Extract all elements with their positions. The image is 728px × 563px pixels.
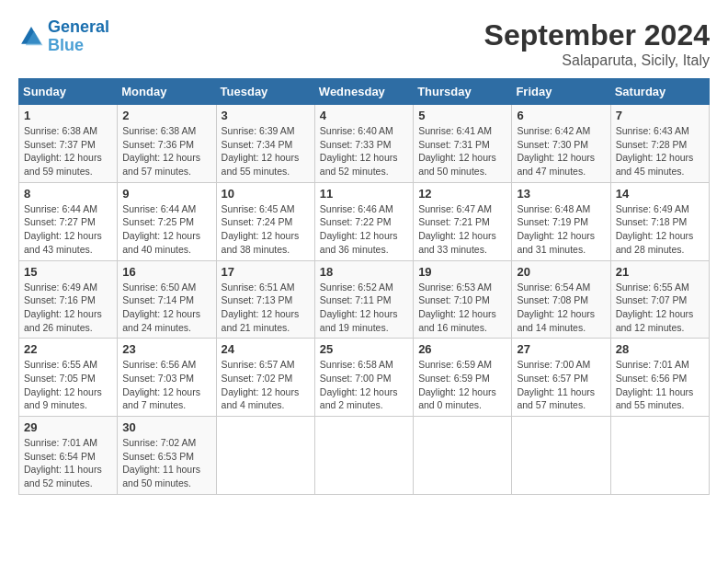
day-number: 30 — [122, 420, 210, 434]
calendar-cell: 21 Sunrise: 6:55 AMSunset: 7:07 PMDaylig… — [610, 260, 709, 339]
calendar-week-4: 22 Sunrise: 6:55 AMSunset: 7:05 PMDaylig… — [19, 339, 710, 417]
day-number: 12 — [418, 187, 506, 201]
calendar-cell: 23 Sunrise: 6:56 AMSunset: 7:03 PMDaylig… — [118, 339, 216, 417]
weekday-header-thursday: Thursday — [414, 79, 512, 105]
calendar-cell: 3 Sunrise: 6:39 AMSunset: 7:34 PMDayligh… — [216, 105, 314, 183]
day-detail: Sunrise: 6:56 AMSunset: 7:03 PMDaylight:… — [122, 358, 210, 412]
calendar-cell — [610, 417, 709, 495]
day-number: 5 — [418, 109, 506, 122]
logo-text: General Blue — [48, 18, 109, 55]
month-title: September 2024 — [484, 18, 710, 52]
day-number: 27 — [517, 342, 605, 356]
day-number: 2 — [122, 109, 210, 122]
day-detail: Sunrise: 6:42 AMSunset: 7:30 PMDaylight:… — [517, 124, 605, 178]
day-detail: Sunrise: 6:41 AMSunset: 7:31 PMDaylight:… — [418, 124, 506, 178]
calendar-cell: 24 Sunrise: 6:57 AMSunset: 7:02 PMDaylig… — [216, 339, 314, 417]
day-number: 24 — [222, 342, 310, 356]
logo-icon — [18, 24, 44, 50]
day-number: 14 — [616, 187, 704, 201]
calendar-cell: 25 Sunrise: 6:58 AMSunset: 7:00 PMDaylig… — [314, 339, 413, 417]
calendar-week-5: 29 Sunrise: 7:01 AMSunset: 6:54 PMDaylig… — [19, 417, 710, 495]
calendar-cell: 11 Sunrise: 6:46 AMSunset: 7:22 PMDaylig… — [314, 182, 413, 260]
day-number: 23 — [122, 342, 210, 356]
day-number: 9 — [122, 187, 210, 201]
day-detail: Sunrise: 6:38 AMSunset: 7:36 PMDaylight:… — [122, 124, 210, 178]
title-block: September 2024 Salaparuta, Sicily, Italy — [484, 18, 710, 69]
day-number: 26 — [418, 342, 506, 356]
calendar-cell: 30 Sunrise: 7:02 AMSunset: 6:53 PMDaylig… — [118, 417, 216, 495]
calendar-cell: 29 Sunrise: 7:01 AMSunset: 6:54 PMDaylig… — [19, 417, 118, 495]
day-number: 10 — [222, 187, 310, 201]
calendar-cell: 10 Sunrise: 6:45 AMSunset: 7:24 PMDaylig… — [216, 182, 314, 260]
day-detail: Sunrise: 7:00 AMSunset: 6:57 PMDaylight:… — [517, 358, 605, 412]
day-detail: Sunrise: 6:39 AMSunset: 7:34 PMDaylight:… — [222, 124, 310, 178]
calendar-table: SundayMondayTuesdayWednesdayThursdayFrid… — [18, 78, 710, 495]
location-subtitle: Salaparuta, Sicily, Italy — [484, 52, 710, 69]
day-detail: Sunrise: 6:58 AMSunset: 7:00 PMDaylight:… — [320, 358, 408, 412]
calendar-cell: 9 Sunrise: 6:44 AMSunset: 7:25 PMDayligh… — [118, 182, 216, 260]
page-header: General Blue September 2024 Salaparuta, … — [18, 18, 710, 69]
day-detail: Sunrise: 6:44 AMSunset: 7:25 PMDaylight:… — [122, 202, 210, 257]
day-number: 7 — [616, 109, 704, 122]
calendar-cell: 8 Sunrise: 6:44 AMSunset: 7:27 PMDayligh… — [19, 182, 118, 260]
day-detail: Sunrise: 6:45 AMSunset: 7:24 PMDaylight:… — [222, 202, 310, 257]
day-detail: Sunrise: 6:51 AMSunset: 7:13 PMDaylight:… — [222, 281, 310, 335]
calendar-cell: 12 Sunrise: 6:47 AMSunset: 7:21 PMDaylig… — [414, 182, 512, 260]
calendar-week-1: 1 Sunrise: 6:38 AMSunset: 7:37 PMDayligh… — [19, 105, 710, 183]
day-detail: Sunrise: 7:01 AMSunset: 6:54 PMDaylight:… — [24, 436, 112, 490]
day-number: 13 — [517, 187, 605, 201]
calendar-cell: 22 Sunrise: 6:55 AMSunset: 7:05 PMDaylig… — [19, 339, 118, 417]
calendar-cell: 6 Sunrise: 6:42 AMSunset: 7:30 PMDayligh… — [512, 105, 610, 183]
day-number: 11 — [320, 187, 408, 201]
day-detail: Sunrise: 6:59 AMSunset: 6:59 PMDaylight:… — [418, 358, 506, 412]
calendar-cell — [512, 417, 610, 495]
day-detail: Sunrise: 6:54 AMSunset: 7:08 PMDaylight:… — [517, 281, 605, 335]
day-detail: Sunrise: 6:44 AMSunset: 7:27 PMDaylight:… — [24, 202, 112, 257]
day-number: 6 — [517, 109, 605, 122]
day-detail: Sunrise: 7:01 AMSunset: 6:56 PMDaylight:… — [616, 358, 704, 412]
calendar-cell: 2 Sunrise: 6:38 AMSunset: 7:36 PMDayligh… — [118, 105, 216, 183]
calendar-cell: 1 Sunrise: 6:38 AMSunset: 7:37 PMDayligh… — [19, 105, 118, 183]
day-number: 28 — [616, 342, 704, 356]
day-detail: Sunrise: 6:50 AMSunset: 7:14 PMDaylight:… — [122, 281, 210, 335]
day-number: 3 — [222, 109, 310, 122]
calendar-cell: 5 Sunrise: 6:41 AMSunset: 7:31 PMDayligh… — [414, 105, 512, 183]
day-number: 22 — [24, 342, 112, 356]
day-detail: Sunrise: 6:48 AMSunset: 7:19 PMDaylight:… — [517, 202, 605, 257]
calendar-cell: 13 Sunrise: 6:48 AMSunset: 7:19 PMDaylig… — [512, 182, 610, 260]
calendar-cell: 4 Sunrise: 6:40 AMSunset: 7:33 PMDayligh… — [314, 105, 413, 183]
day-detail: Sunrise: 6:40 AMSunset: 7:33 PMDaylight:… — [320, 124, 408, 178]
calendar-cell: 18 Sunrise: 6:52 AMSunset: 7:11 PMDaylig… — [314, 260, 413, 339]
calendar-cell: 26 Sunrise: 6:59 AMSunset: 6:59 PMDaylig… — [414, 339, 512, 417]
day-number: 20 — [517, 265, 605, 279]
weekday-header-tuesday: Tuesday — [216, 79, 314, 105]
day-number: 25 — [320, 342, 408, 356]
day-detail: Sunrise: 6:46 AMSunset: 7:22 PMDaylight:… — [320, 202, 408, 257]
weekday-header-wednesday: Wednesday — [314, 79, 413, 105]
day-number: 18 — [320, 265, 408, 279]
day-number: 19 — [418, 265, 506, 279]
calendar-cell: 28 Sunrise: 7:01 AMSunset: 6:56 PMDaylig… — [610, 339, 709, 417]
calendar-cell: 15 Sunrise: 6:49 AMSunset: 7:16 PMDaylig… — [19, 260, 118, 339]
weekday-header-friday: Friday — [512, 79, 610, 105]
weekday-header-sunday: Sunday — [19, 79, 118, 105]
day-number: 4 — [320, 109, 408, 122]
day-number: 29 — [24, 420, 112, 434]
calendar-cell: 16 Sunrise: 6:50 AMSunset: 7:14 PMDaylig… — [118, 260, 216, 339]
calendar-cell: 7 Sunrise: 6:43 AMSunset: 7:28 PMDayligh… — [610, 105, 709, 183]
calendar-week-3: 15 Sunrise: 6:49 AMSunset: 7:16 PMDaylig… — [19, 260, 710, 339]
logo: General Blue — [18, 18, 109, 55]
day-detail: Sunrise: 6:43 AMSunset: 7:28 PMDaylight:… — [616, 124, 704, 178]
day-detail: Sunrise: 6:52 AMSunset: 7:11 PMDaylight:… — [320, 281, 408, 335]
day-detail: Sunrise: 6:55 AMSunset: 7:05 PMDaylight:… — [24, 358, 112, 412]
weekday-header-saturday: Saturday — [610, 79, 709, 105]
calendar-cell: 20 Sunrise: 6:54 AMSunset: 7:08 PMDaylig… — [512, 260, 610, 339]
day-detail: Sunrise: 6:38 AMSunset: 7:37 PMDaylight:… — [24, 124, 112, 178]
calendar-cell: 19 Sunrise: 6:53 AMSunset: 7:10 PMDaylig… — [414, 260, 512, 339]
day-detail: Sunrise: 6:55 AMSunset: 7:07 PMDaylight:… — [616, 281, 704, 335]
day-number: 21 — [616, 265, 704, 279]
calendar-cell — [216, 417, 314, 495]
day-detail: Sunrise: 6:49 AMSunset: 7:18 PMDaylight:… — [616, 202, 704, 257]
day-number: 8 — [24, 187, 112, 201]
day-number: 16 — [122, 265, 210, 279]
